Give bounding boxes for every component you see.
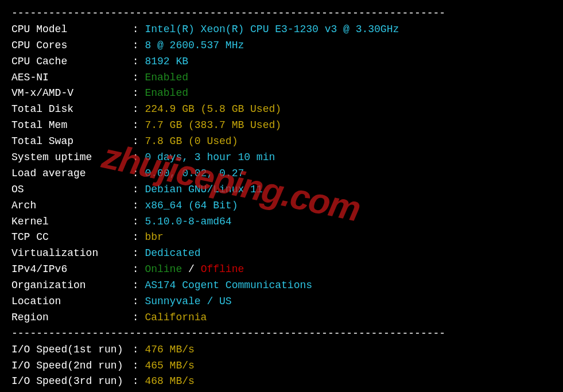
info-value: x86_64 (64 Bit): [145, 200, 238, 211]
info-value: Debian GNU/Linux 11: [145, 184, 262, 195]
info-label: Kernel: [11, 214, 126, 230]
system-info-row: Total Mem : 7.7 GB (383.7 MB Used): [11, 118, 552, 134]
info-label: CPU Cache: [11, 54, 126, 70]
info-label: CPU Model: [11, 22, 126, 38]
system-info-row: CPU Cache : 8192 KB: [11, 54, 552, 70]
system-info-row: CPU Model : Intel(R) Xeon(R) CPU E3-1230…: [11, 22, 552, 38]
system-info-row: TCP CC : bbr: [11, 230, 552, 246]
info-label: OS: [11, 182, 126, 198]
info-label: I/O Speed(1st run): [11, 342, 126, 358]
info-value: Enabled: [145, 87, 188, 99]
system-info-row: Region : California: [11, 310, 552, 326]
info-value: bbr: [145, 231, 163, 243]
info-value: 0.00, 0.02, 0.27: [145, 168, 244, 179]
system-info-row: CPU Cores : 8 @ 2600.537 MHz: [11, 38, 552, 54]
system-info-row: System uptime : 0 days, 3 hour 10 min: [11, 150, 552, 166]
ipv6-status: Offline: [201, 263, 244, 275]
system-info-row: Organization : AS174 Cogent Communicatio…: [11, 278, 552, 294]
info-value: 465 MB/s: [145, 360, 194, 371]
info-value: California: [145, 312, 207, 323]
info-value: 468 MB/s: [145, 375, 194, 387]
info-label: Total Disk: [11, 102, 126, 118]
info-value: AS174 Cogent Communications: [145, 280, 312, 291]
info-value: 7.7 GB (383.7 MB Used): [145, 119, 281, 131]
info-value: Intel(R) Xeon(R) CPU E3-1230 v3 @ 3.30GH…: [145, 24, 399, 35]
system-info-row: Location : Sunnyvale / US: [11, 294, 552, 310]
info-value: 8192 KB: [145, 56, 188, 67]
system-info-row: I/O Speed(average) : 469.7 MB/s: [11, 390, 552, 392]
system-info-row: OS : Debian GNU/Linux 11: [11, 182, 552, 198]
info-label: TCP CC: [11, 230, 126, 246]
info-label: Organization: [11, 278, 126, 294]
ipv4-status: Online: [145, 263, 182, 275]
system-info-row: I/O Speed(1st run) : 476 MB/s: [11, 342, 552, 358]
info-value: Dedicated: [145, 247, 200, 259]
system-info-row: Kernel : 5.10.0-8-amd64: [11, 214, 552, 230]
info-value: Sunnyvale / US: [145, 296, 231, 307]
info-label: System uptime: [11, 150, 126, 166]
system-info-row: Arch : x86_64 (64 Bit): [11, 198, 552, 214]
info-label: Total Swap: [11, 134, 126, 150]
terminal-output: ----------------------------------------…: [11, 6, 552, 392]
info-label: Total Mem: [11, 118, 126, 134]
system-info-row: Virtualization : Dedicated: [11, 246, 552, 262]
info-label: I/O Speed(average): [11, 390, 126, 392]
system-info-row: Total Disk : 224.9 GB (5.8 GB Used): [11, 102, 552, 118]
info-label: Region: [11, 310, 126, 326]
system-info-row: Total Swap : 7.8 GB (0 Used): [11, 134, 552, 150]
system-info-row: AES-NI : Enabled: [11, 70, 552, 86]
info-value: Enabled: [145, 72, 188, 83]
system-info-row: I/O Speed(2nd run) : 465 MB/s: [11, 358, 552, 374]
info-value: 476 MB/s: [145, 344, 194, 355]
info-value: 224.9 GB (5.8 GB Used): [145, 103, 281, 115]
system-info-row: Load average : 0.00, 0.02, 0.27: [11, 166, 552, 182]
info-label: AES-NI: [11, 70, 126, 86]
system-info-row: VM-x/AMD-V : Enabled: [11, 86, 552, 102]
info-label: Virtualization: [11, 246, 126, 262]
info-value: 8 @ 2600.537 MHz: [145, 40, 244, 51]
info-label: Arch: [11, 198, 126, 214]
system-info-row: I/O Speed(3rd run) : 468 MB/s: [11, 374, 552, 390]
info-label: CPU Cores: [11, 38, 126, 54]
info-value: 5.10.0-8-amd64: [145, 216, 231, 227]
info-label: Load average: [11, 166, 126, 182]
ipv-separator: /: [182, 263, 200, 275]
system-info-row: IPv4/IPv6 : Online / Offline: [11, 262, 552, 278]
info-label: I/O Speed(2nd run): [11, 358, 126, 374]
info-value: 0 days, 3 hour 10 min: [145, 152, 275, 163]
info-label: IPv4/IPv6: [11, 262, 126, 278]
info-label: Location: [11, 294, 126, 310]
info-label: I/O Speed(3rd run): [11, 374, 126, 390]
divider-top: ----------------------------------------…: [11, 6, 552, 22]
divider-mid: ----------------------------------------…: [11, 326, 552, 342]
info-label: VM-x/AMD-V: [11, 86, 126, 102]
info-value: 7.8 GB (0 Used): [145, 135, 238, 147]
